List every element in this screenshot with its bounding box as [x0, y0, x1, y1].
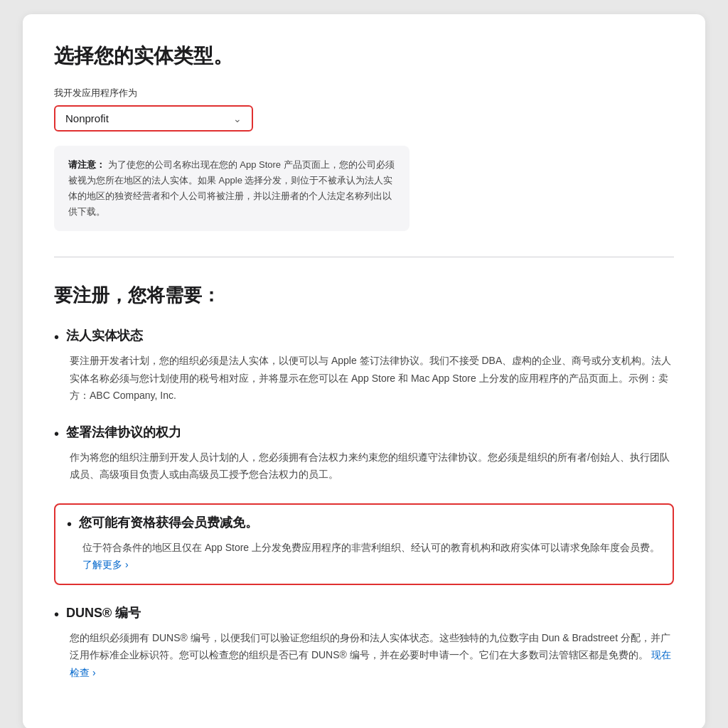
- req-header-duns-number: • DUNS® 编号: [54, 605, 674, 623]
- req-title-signing-authority: 签署法律协议的权力: [66, 424, 181, 441]
- req-title-membership-waiver: 您可能有资格获得会员费减免。: [79, 515, 258, 531]
- section2-title: 要注册，您将需要：: [54, 283, 674, 308]
- main-card: 选择您的实体类型。 我开发应用程序作为 Nonprofit ⌄ 请注意： 为了使…: [23, 14, 705, 728]
- bullet-duns-number: •: [54, 605, 59, 623]
- req-link-duns-number[interactable]: 现在检查 ›: [70, 649, 671, 678]
- section1: 选择您的实体类型。 我开发应用程序作为 Nonprofit ⌄ 请注意： 为了使…: [54, 43, 674, 231]
- req-item-membership-waiver: • 您可能有资格获得会员费减免。 位于符合条件的地区且仅在 App Store …: [54, 503, 674, 585]
- requirements-list: • 法人实体状态 要注册开发者计划，您的组织必须是法人实体，以便可以与 Appl…: [54, 328, 674, 681]
- req-item-legal-entity: • 法人实体状态 要注册开发者计划，您的组织必须是法人实体，以便可以与 Appl…: [54, 328, 674, 405]
- req-header-signing-authority: • 签署法律协议的权力: [54, 424, 674, 443]
- req-desc-legal-entity: 要注册开发者计划，您的组织必须是法人实体，以便可以与 Apple 签订法律协议。…: [70, 352, 674, 405]
- bullet-legal-entity: •: [54, 328, 59, 346]
- info-text: 请注意： 为了使您的公司名称出现在您的 App Store 产品页面上，您的公司…: [68, 157, 395, 220]
- entity-type-select-wrapper: Nonprofit ⌄: [54, 105, 253, 132]
- req-desc-duns-number: 您的组织必须拥有 DUNS® 编号，以便我们可以验证您组织的身份和法人实体状态。…: [70, 629, 674, 682]
- req-title-duns-number: DUNS® 编号: [66, 605, 141, 621]
- bullet-membership-waiver: •: [67, 515, 72, 533]
- field-label: 我开发应用程序作为: [54, 87, 674, 100]
- chevron-down-icon: ⌄: [233, 113, 242, 124]
- req-title-legal-entity: 法人实体状态: [66, 328, 143, 344]
- req-link-membership-waiver[interactable]: 了解更多 ›: [82, 559, 129, 570]
- info-label: 请注意：: [68, 159, 105, 170]
- req-desc-membership-waiver: 位于符合条件的地区且仅在 App Store 上分发免费应用程序的非营利组织、经…: [82, 539, 661, 574]
- req-header-legal-entity: • 法人实体状态: [54, 328, 674, 346]
- section-divider: [54, 257, 674, 257]
- info-body: 为了使您的公司名称出现在您的 App Store 产品页面上，您的公司必须被视为…: [68, 159, 395, 217]
- select-current-value: Nonprofit: [65, 112, 109, 124]
- section1-title: 选择您的实体类型。: [54, 43, 674, 70]
- req-item-signing-authority: • 签署法律协议的权力 作为将您的组织注册到开发人员计划的人，您必须拥有合法权力…: [54, 424, 674, 483]
- req-header-membership-waiver: • 您可能有资格获得会员费减免。: [67, 515, 661, 533]
- section2: 要注册，您将需要： • 法人实体状态 要注册开发者计划，您的组织必须是法人实体，…: [54, 283, 674, 681]
- info-box: 请注意： 为了使您的公司名称出现在您的 App Store 产品页面上，您的公司…: [54, 146, 410, 231]
- req-desc-signing-authority: 作为将您的组织注册到开发人员计划的人，您必须拥有合法权力来约束您的组织遵守法律协…: [70, 449, 674, 483]
- bullet-signing-authority: •: [54, 424, 59, 443]
- req-item-duns-number: • DUNS® 编号 您的组织必须拥有 DUNS® 编号，以便我们可以验证您组织…: [54, 605, 674, 682]
- entity-type-select[interactable]: Nonprofit ⌄: [54, 105, 253, 132]
